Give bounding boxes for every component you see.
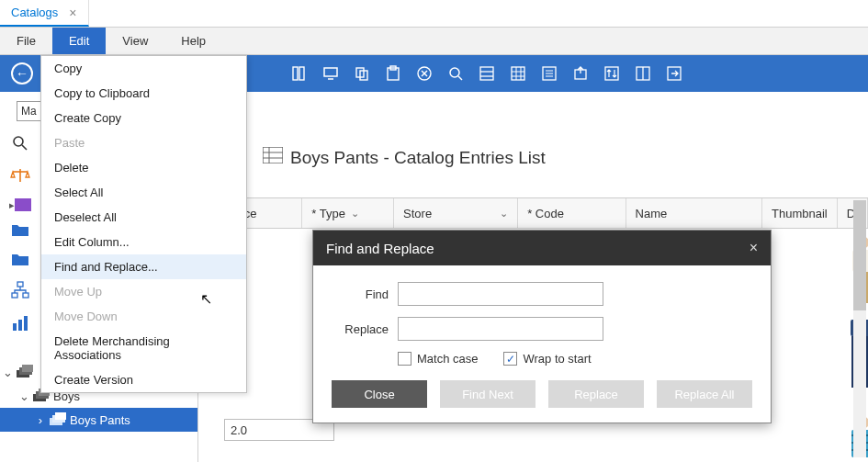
chevron-down-icon: ⌄ <box>2 366 13 379</box>
menu-help[interactable]: Help <box>164 28 222 54</box>
col-name[interactable]: Name <box>626 198 762 228</box>
catalog-icon[interactable] <box>290 64 309 83</box>
svg-rect-26 <box>605 67 618 80</box>
svg-rect-37 <box>23 293 28 298</box>
menu-edit[interactable]: Edit <box>52 28 106 54</box>
col-code[interactable]: * Code <box>518 198 626 228</box>
folder-icon[interactable] <box>11 222 29 241</box>
close-icon[interactable]: × <box>69 6 76 20</box>
svg-rect-2 <box>324 68 337 76</box>
menu-item-select-all[interactable]: Select All <box>41 180 246 205</box>
chart-icon[interactable] <box>11 314 29 336</box>
folder-icon-2[interactable] <box>11 252 29 270</box>
wrap-start-checkbox[interactable]: Wrap to start <box>503 352 591 366</box>
svg-rect-16 <box>512 67 524 80</box>
monitor-icon[interactable] <box>321 64 340 83</box>
menu-item-create-copy[interactable]: Create Copy <box>41 106 246 130</box>
window-tab-bar: Catalogs × <box>0 0 868 28</box>
replace-button[interactable]: Replace <box>548 380 644 408</box>
svg-point-30 <box>14 137 23 146</box>
replace-input[interactable] <box>398 317 603 341</box>
checkbox-checked-icon <box>503 352 517 366</box>
table-icon[interactable] <box>509 64 527 83</box>
svg-rect-0 <box>293 67 298 80</box>
arrow-left-icon: ← <box>16 66 28 81</box>
checkbox-icon <box>398 352 411 366</box>
svg-rect-1 <box>299 67 304 80</box>
close-icon[interactable]: × <box>750 240 758 256</box>
sidebar-tool-icons: ▸ <box>0 92 40 336</box>
dialog-titlebar[interactable]: Find and Replace × <box>313 231 771 265</box>
chevron-down-icon: ⌄ <box>18 389 29 403</box>
menubar: File Edit View Help <box>0 28 868 55</box>
purple-catalog-icon[interactable]: ▸ <box>9 198 31 211</box>
edit-dropdown: Copy Copy to Clipboard Create Copy Paste… <box>40 55 247 393</box>
svg-line-12 <box>458 76 462 80</box>
svg-rect-35 <box>17 282 23 287</box>
close-button[interactable]: Close <box>332 380 427 408</box>
list-icon[interactable] <box>540 64 558 83</box>
content-title-row: Boys Pants - Catalog Entries List <box>263 147 546 168</box>
balance-icon[interactable] <box>10 167 30 187</box>
menu-item-move-up: Move Up <box>41 279 246 304</box>
split-icon[interactable] <box>634 64 652 83</box>
find-next-button[interactable]: Find Next <box>440 380 535 408</box>
import-icon[interactable] <box>665 64 683 83</box>
dialog-body: Find Replace Match case Wrap to start Cl… <box>313 265 771 423</box>
menu-item-delete[interactable]: Delete <box>41 155 246 180</box>
menu-item-move-down: Move Down <box>41 304 246 329</box>
chevron-down-icon: ⌄ <box>351 208 359 220</box>
menu-item-copy[interactable]: Copy <box>41 56 246 81</box>
menu-file[interactable]: File <box>0 28 52 54</box>
page-title: Boys Pants - Catalog Entries List <box>290 148 546 168</box>
col-thumbnail[interactable]: Thumbnail <box>762 198 838 228</box>
checkbox-label: Match case <box>417 352 478 366</box>
menu-item-copy-clipboard[interactable]: Copy to Clipboard <box>41 81 246 106</box>
svg-rect-38 <box>13 323 17 331</box>
svg-rect-34 <box>15 198 31 211</box>
menu-item-deselect-all[interactable]: Deselect All <box>41 205 246 230</box>
chevron-down-icon: ⌄ <box>500 208 508 220</box>
checkbox-label: Wrap to start <box>523 352 591 366</box>
export-icon[interactable] <box>571 64 590 83</box>
menu-view[interactable]: View <box>106 28 164 54</box>
sort-icon[interactable] <box>603 64 621 83</box>
replace-all-button[interactable]: Replace All <box>657 380 752 408</box>
vertical-scrollbar[interactable] <box>853 200 866 457</box>
toolbar-icons <box>290 64 683 83</box>
find-input[interactable] <box>398 282 603 306</box>
svg-rect-50 <box>263 147 283 163</box>
delete-icon[interactable] <box>415 64 434 83</box>
menu-item-create-version[interactable]: Create Version <box>41 367 246 392</box>
stack-icon <box>50 412 66 428</box>
scrollbar-thumb[interactable] <box>853 200 866 310</box>
window-tab-catalogs[interactable]: Catalogs × <box>0 0 89 27</box>
menu-item-edit-column[interactable]: Edit Column... <box>41 230 246 254</box>
svg-rect-39 <box>18 320 22 331</box>
menu-item-find-replace[interactable]: Find and Replace... <box>41 254 246 279</box>
search-icon[interactable] <box>446 64 465 83</box>
svg-point-11 <box>450 68 459 77</box>
svg-rect-36 <box>12 293 17 298</box>
window-tab-label: Catalogs <box>11 6 58 19</box>
match-case-checkbox[interactable]: Match case <box>398 352 478 366</box>
copy-icon[interactable] <box>353 64 371 83</box>
find-label: Find <box>332 287 389 301</box>
col-type[interactable]: * Type⌄ <box>302 198 394 228</box>
svg-rect-13 <box>480 67 493 80</box>
back-button[interactable]: ← <box>11 62 33 85</box>
replace-label: Replace <box>332 322 389 336</box>
list-view-icon <box>263 147 283 168</box>
dialog-title: Find and Replace <box>326 241 434 256</box>
svg-rect-43 <box>22 365 33 372</box>
svg-rect-49 <box>55 412 66 420</box>
search-icon[interactable] <box>11 134 29 156</box>
col-store[interactable]: Store⌄ <box>394 198 518 228</box>
paste-icon[interactable] <box>384 64 402 83</box>
find-replace-dialog: Find and Replace × Find Replace Match ca… <box>312 230 772 423</box>
grid-icon[interactable] <box>478 64 496 83</box>
menu-item-delete-merch[interactable]: Delete Merchandising Associations <box>41 329 246 367</box>
tree-icon[interactable] <box>11 281 29 303</box>
tree-row-boys-pants[interactable]: › Boys Pants <box>0 408 197 432</box>
svg-line-31 <box>22 145 27 150</box>
